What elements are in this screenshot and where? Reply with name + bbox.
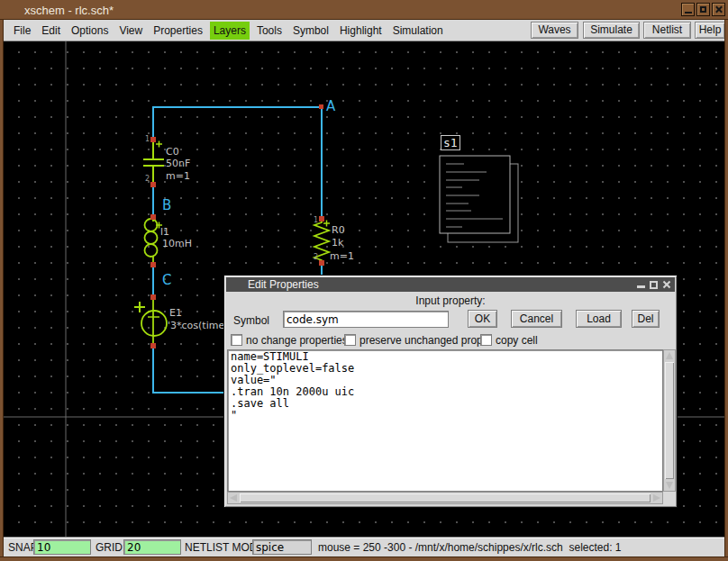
resistor-mult[interactable]: m=1 [330, 250, 354, 262]
scroll-right-icon[interactable] [653, 494, 660, 502]
window-maximize-button[interactable] [696, 3, 710, 16]
source-name[interactable]: E1 [169, 307, 182, 319]
code-block-label[interactable]: s1 [441, 135, 460, 150]
horizontal-scroll-thumb[interactable] [240, 493, 651, 502]
checkbox-preserve-unchanged-props-label: preserve unchanged props [359, 334, 488, 347]
scroll-left-icon[interactable] [230, 494, 237, 502]
window-minimize-button[interactable] [681, 3, 695, 16]
inductor-symbol[interactable] [145, 217, 163, 265]
voltage-source-symbol[interactable] [134, 297, 167, 346]
node-label-b[interactable]: B [162, 197, 171, 213]
statusbar: SNAP: GRID: NETLIST MODE: mouse = 250 -3… [4, 537, 724, 556]
edit-properties-dialog: Edit Properties Input property: Symbol O… [223, 275, 678, 508]
window-frame-left [0, 20, 4, 561]
netlist-button[interactable]: Netlist [643, 22, 691, 39]
window-frame-right [724, 20, 728, 561]
dialog-controls [637, 280, 671, 289]
resistor-name[interactable]: R0 [332, 224, 345, 236]
checkbox-no-change-properties[interactable] [231, 334, 242, 346]
maximize-icon [700, 6, 706, 13]
simulate-button[interactable]: Simulate [583, 22, 640, 39]
cancel-button[interactable]: Cancel [511, 310, 562, 328]
capacitor-value[interactable]: 50nF [166, 158, 190, 169]
help-button[interactable]: Help [695, 22, 725, 39]
load-button[interactable]: Load [576, 310, 622, 328]
checkbox-copy-cell-label: copy cell [496, 334, 538, 347]
checkbox-no-change-properties-label: no change properties [246, 334, 348, 347]
inductor-value[interactable]: 10mH [162, 238, 192, 249]
window-close-button[interactable] [712, 3, 725, 16]
menubar: File Edit Options View Properties Layers… [4, 20, 724, 41]
dialog-header: Input property: [224, 294, 677, 307]
checkbox-preserve-unchanged-props[interactable] [344, 334, 356, 346]
menu-properties[interactable]: Properties [150, 22, 206, 40]
symbol-input[interactable] [283, 311, 449, 328]
grid-label: GRID: [96, 541, 125, 554]
menu-layers[interactable]: Layers [210, 22, 250, 40]
capacitor-pin2-number: 2 [145, 175, 150, 183]
menu-options[interactable]: Options [68, 22, 112, 40]
window-title: xschem - rlc.sch* [24, 4, 114, 17]
netlist-mode-input[interactable] [252, 539, 312, 555]
resistor-value[interactable]: 1k [332, 237, 343, 249]
dialog-close-icon[interactable] [662, 280, 671, 289]
menu-edit[interactable]: Edit [38, 22, 64, 40]
dialog-maximize-icon[interactable] [650, 281, 658, 289]
capacitor-mult[interactable]: m=1 [166, 170, 190, 182]
vertical-scrollbar[interactable] [663, 349, 676, 492]
menu-view[interactable]: View [115, 22, 146, 40]
xschem-window: xschem - rlc.sch* File Edit Options View… [0, 0, 728, 561]
vertical-scroll-thumb[interactable] [665, 362, 674, 479]
menu-highlight[interactable]: Highlight [336, 22, 386, 40]
node-label-a[interactable]: A [326, 98, 335, 114]
checkbox-copy-cell[interactable] [480, 334, 492, 346]
waves-button[interactable]: Waves [531, 22, 578, 39]
minimize-icon [685, 12, 692, 14]
close-icon [714, 5, 723, 14]
menu-simulation[interactable]: Simulation [389, 22, 447, 40]
symbol-label: Symbol [233, 314, 269, 327]
dialog-titlebar[interactable]: Edit Properties [226, 277, 675, 292]
menu-tools[interactable]: Tools [253, 22, 286, 40]
window-titlebar[interactable]: xschem - rlc.sch* [0, 0, 728, 20]
resistor-pin1-number: 1 [314, 216, 318, 224]
capacitor-pin1-number: 1 [145, 135, 150, 143]
code-block-symbol[interactable] [440, 156, 518, 242]
resistor-pin2-number: 2 [314, 253, 318, 261]
menu-file[interactable]: File [10, 22, 34, 40]
menu-symbol[interactable]: Symbol [289, 22, 332, 40]
window-frame-bottom [0, 556, 728, 561]
dialog-title: Edit Properties [248, 278, 319, 291]
grid-input[interactable] [123, 539, 181, 555]
scroll-up-icon[interactable] [666, 352, 673, 359]
properties-textarea[interactable]: name=STIMULI only_toplevel=false value="… [227, 349, 663, 492]
dialog-minimize-icon[interactable] [637, 285, 645, 288]
inductor-name[interactable]: l1 [160, 226, 169, 238]
scroll-down-icon[interactable] [666, 482, 673, 489]
window-controls [681, 3, 725, 16]
del-button[interactable]: Del [632, 310, 660, 328]
mouse-status-text: mouse = 250 -300 - /mnt/x/home/schippes/… [318, 541, 622, 554]
horizontal-scrollbar[interactable] [227, 492, 663, 504]
snap-input[interactable] [33, 539, 91, 555]
capacitor-name[interactable]: C0 [166, 146, 179, 158]
ok-button[interactable]: OK [468, 310, 497, 328]
node-label-c[interactable]: C [162, 272, 171, 288]
